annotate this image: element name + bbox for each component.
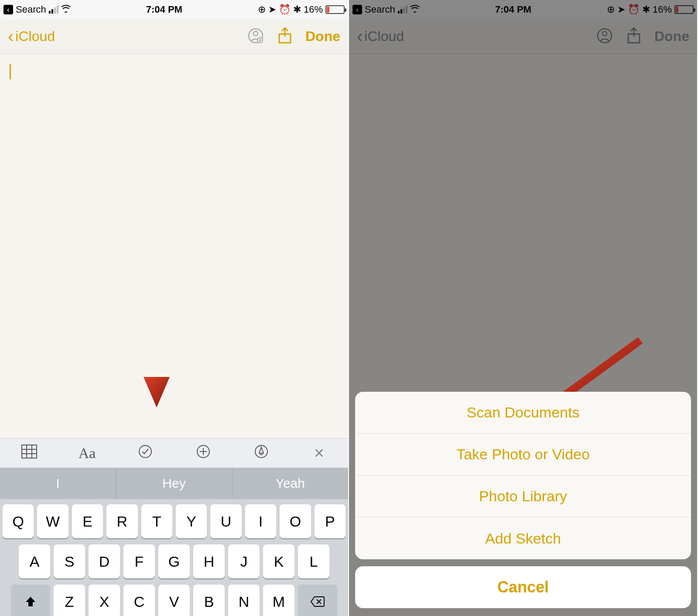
keyboard-accessory: Aa × [0,438,348,468]
key-m[interactable]: M [263,585,294,616]
key-delete[interactable] [298,585,337,616]
bluetooth-icon: ✱ [293,4,301,15]
suggestion-0[interactable]: I [0,468,116,499]
action-photo-library[interactable]: Photo Library [355,476,691,517]
key-t[interactable]: T [141,504,172,538]
key-e[interactable]: E [72,504,103,538]
key-i[interactable]: I [245,504,276,538]
action-scan-documents[interactable]: Scan Documents [355,392,691,434]
action-sheet-options: Scan Documents Take Photo or Video Photo… [355,392,691,559]
key-z[interactable]: Z [54,585,85,616]
suggestion-1[interactable]: Hey [116,468,232,499]
action-cancel[interactable]: Cancel [355,566,691,608]
key-x[interactable]: X [89,585,120,616]
key-k[interactable]: K [263,544,294,578]
share-icon[interactable] [277,27,292,46]
status-time: 7:04 PM [146,4,182,15]
key-shift[interactable] [11,585,50,616]
key-a[interactable]: A [19,544,50,578]
key-d[interactable]: D [89,544,120,578]
svg-point-5 [139,445,151,458]
dismiss-keyboard-button[interactable]: × [290,443,348,463]
keyboard-suggestions: I Hey Yeah [0,468,348,499]
svg-point-1 [253,31,258,36]
status-bar: ‹ Search 7:04 PM ⊕ ➤ ⏰ ✱ 16% [0,0,348,19]
key-s[interactable]: S [54,544,85,578]
text-cursor [10,64,11,79]
svg-rect-4 [22,445,37,458]
suggestion-2[interactable]: Yeah [233,468,348,499]
key-n[interactable]: N [228,585,260,616]
status-search-label[interactable]: Search [16,4,46,15]
battery-icon [325,5,345,14]
chevron-left-icon: ‹ [8,27,14,46]
action-sheet: Scan Documents Take Photo or Video Photo… [355,392,691,608]
signal-icon [49,6,58,14]
back-to-app-icon[interactable]: ‹ [3,5,13,14]
action-add-sketch[interactable]: Add Sketch [355,517,691,559]
table-button[interactable] [0,445,58,462]
text-format-button[interactable]: Aa [58,445,116,462]
back-button[interactable]: ‹ iCloud [8,27,55,46]
key-g[interactable]: G [158,544,190,578]
action-take-photo-video[interactable]: Take Photo or Video [355,434,691,476]
key-h[interactable]: H [193,544,225,578]
key-u[interactable]: U [210,504,241,538]
lock-rotation-icon: ⊕ [258,4,266,15]
back-label: iCloud [15,28,55,44]
key-w[interactable]: W [37,504,68,538]
phone-right-action-sheet: ‹ Search 7:04 PM ⊕ ➤ ⏰ ✱ 16% ‹ iCloud [349,0,698,616]
done-button[interactable]: Done [305,28,340,44]
collaborate-icon[interactable] [247,27,264,46]
add-attachment-button[interactable] [174,444,232,462]
key-v[interactable]: V [158,585,190,616]
wifi-icon [61,4,71,15]
key-p[interactable]: P [315,504,346,538]
annotation-arrow-down [139,272,174,412]
phone-left-notes-editor: ‹ Search 7:04 PM ⊕ ➤ ⏰ ✱ 16% ‹ iCloud [0,0,349,616]
key-c[interactable]: C [123,585,155,616]
location-icon: ➤ [268,4,276,15]
key-y[interactable]: Y [176,504,207,538]
key-b[interactable]: B [193,585,225,616]
battery-percent: 16% [304,4,323,15]
checklist-button[interactable] [116,444,174,462]
keyboard: Q W E R T Y U I O P A S D F G H J K L Z [0,499,348,616]
key-q[interactable]: Q [3,504,34,538]
markup-button[interactable] [232,444,290,462]
key-r[interactable]: R [106,504,137,538]
key-f[interactable]: F [123,544,155,578]
note-editor[interactable] [0,54,348,438]
key-j[interactable]: J [228,544,260,578]
key-o[interactable]: O [280,504,311,538]
key-l[interactable]: L [298,544,329,578]
nav-bar: ‹ iCloud Done [0,19,348,54]
alarm-icon: ⏰ [279,4,291,15]
